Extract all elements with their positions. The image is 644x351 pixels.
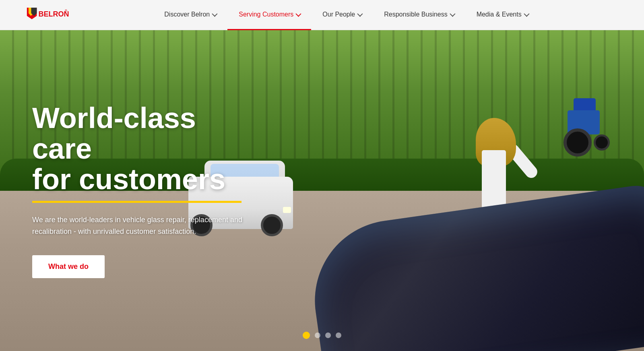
hero-description: We are the world-leaders in vehicle glas… (32, 214, 258, 237)
nav-item-people[interactable]: Our People (311, 0, 373, 30)
nav-label-serving: Serving Customers (239, 11, 293, 18)
hero-underline (32, 201, 242, 203)
hero-content: World-class care for customers We are th… (0, 30, 282, 351)
hero-section: World-class care for customers We are th… (0, 30, 644, 351)
carousel-dot-1[interactable] (303, 332, 310, 339)
van-headlight (283, 207, 291, 213)
nav-item-responsible[interactable]: Responsible Business (373, 0, 465, 30)
carousel-dot-3[interactable] (325, 332, 331, 338)
carousel-dot-2[interactable] (315, 332, 320, 338)
chevron-down-icon (450, 11, 455, 17)
chevron-down-icon (524, 11, 529, 17)
nav-item-discover[interactable]: Discover Belron (153, 0, 227, 30)
hero-title-line2: for customers (32, 163, 225, 195)
logo-area: BELRON ® (24, 6, 72, 24)
tractor-wheel-back (564, 128, 592, 157)
chevron-down-icon (212, 11, 218, 17)
belron-logo[interactable]: BELRON ® (24, 6, 72, 24)
tractor-wheel-front (594, 134, 610, 151)
chevron-down-icon (357, 11, 363, 17)
hero-title-line1: World-class care (32, 102, 196, 165)
carousel-dot-4[interactable] (336, 332, 341, 338)
nav-item-serving[interactable]: Serving Customers (227, 0, 311, 30)
svg-text:®: ® (65, 9, 67, 12)
carousel-dots (303, 332, 341, 339)
hero-cta-button[interactable]: What we do (32, 255, 105, 278)
nav-label-responsible: Responsible Business (384, 11, 447, 18)
svg-text:BELRON: BELRON (38, 10, 69, 18)
nav-label-people: Our People (322, 11, 355, 18)
nav-label-media: Media & Events (477, 11, 522, 18)
hero-title: World-class care for customers (32, 103, 258, 194)
chevron-down-icon (296, 11, 301, 17)
nav-item-media[interactable]: Media & Events (465, 0, 539, 30)
nav-label-discover: Discover Belron (164, 11, 210, 18)
tractor (564, 94, 612, 159)
header: BELRON ® Discover Belron Serving Custome… (0, 0, 644, 30)
main-nav: Discover Belron Serving Customers Our Pe… (72, 0, 620, 30)
